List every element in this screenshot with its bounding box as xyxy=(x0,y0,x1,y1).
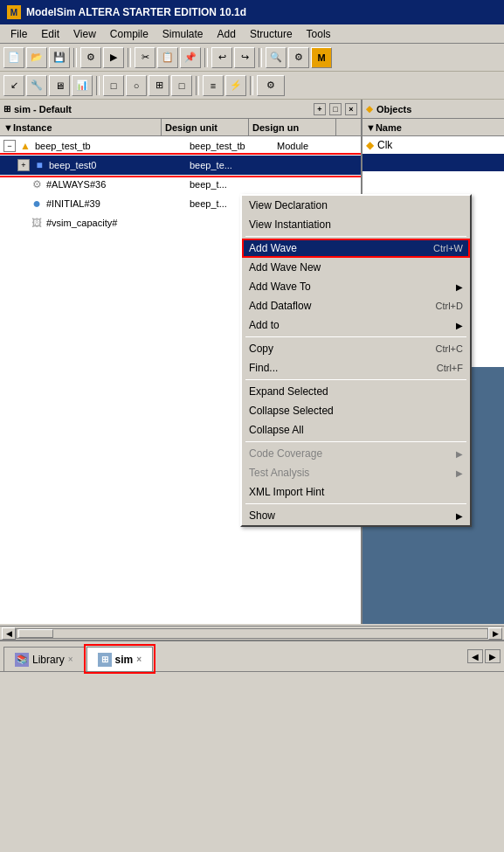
tab-sim[interactable]: ⊞ sim × xyxy=(86,647,154,671)
app-logo: M xyxy=(7,5,21,19)
tb2-settings-btn[interactable]: ⚙ xyxy=(257,75,285,96)
menu-structure[interactable]: Structure xyxy=(243,26,300,42)
tb-open-btn[interactable]: 📂 xyxy=(26,47,47,68)
tb-sep-3 xyxy=(204,48,208,67)
objects-icon: ◆ xyxy=(366,104,373,114)
tab-nav-right[interactable]: ▶ xyxy=(485,649,501,663)
ctx-add-wave-new[interactable]: Add Wave New xyxy=(242,258,470,277)
tb2-btn6[interactable]: ○ xyxy=(126,75,147,96)
sim-restore-btn[interactable]: □ xyxy=(329,103,342,115)
submenu-arrow-icon: ▶ xyxy=(456,468,463,478)
scrollbar-area: ◀ ▶ xyxy=(0,626,504,640)
ctx-item-label: Code Coverage xyxy=(249,447,322,460)
ctx-item-label: Copy xyxy=(249,343,273,355)
scroll-left-btn[interactable]: ◀ xyxy=(2,627,16,640)
tb-new-btn[interactable]: 📄 xyxy=(3,47,24,68)
ctx-find[interactable]: Find... Ctrl+F xyxy=(242,358,470,378)
menu-view[interactable]: View xyxy=(66,26,103,42)
tb-redo-btn[interactable]: ↪ xyxy=(234,47,255,68)
tb2-btn5[interactable]: □ xyxy=(103,75,124,96)
tb-sep-2 xyxy=(128,48,131,67)
tab-library[interactable]: 📚 Library × xyxy=(3,647,85,671)
menu-file[interactable]: File xyxy=(3,26,34,42)
ctx-item-shortcut: Ctrl+F xyxy=(437,363,463,373)
ctx-item-label: Add Wave New xyxy=(249,261,321,274)
tb2-btn3[interactable]: 🖥 xyxy=(49,75,70,96)
menu-bar: File Edit View Compile Simulate Add Stru… xyxy=(0,24,504,44)
expand-icon[interactable]: + xyxy=(17,159,30,171)
menu-edit[interactable]: Edit xyxy=(34,26,66,42)
objects-col-name: ▼ Name xyxy=(362,119,405,135)
h-scroll-thumb[interactable] xyxy=(18,629,53,638)
ctx-collapse-selected[interactable]: Collapse Selected xyxy=(242,401,470,420)
objects-row[interactable]: ◆ Clk xyxy=(362,136,504,154)
menu-add[interactable]: Add xyxy=(211,26,243,42)
tb-logo-btn[interactable]: M xyxy=(311,47,332,68)
ctx-item-shortcut: Ctrl+D xyxy=(436,301,463,311)
ctx-sep-4 xyxy=(245,441,466,442)
tb2-btn7[interactable]: ⊞ xyxy=(148,75,169,96)
ctx-view-instantiation[interactable]: View Instantiation xyxy=(242,215,470,234)
menu-compile[interactable]: Compile xyxy=(103,26,155,42)
folder-icon: ▲ xyxy=(18,140,32,152)
wave-icon: ◆ xyxy=(366,139,374,151)
toolbar-2: ↙ 🔧 🖥 📊 □ ○ ⊞ □ ≡ ⚡ ⚙ xyxy=(0,72,504,100)
ctx-item-label: Find... xyxy=(249,362,278,374)
context-menu: View Declaration View Instantiation Add … xyxy=(240,194,472,527)
objects-row[interactable] xyxy=(362,154,504,171)
tb-settings-btn[interactable]: ⚙ xyxy=(288,47,309,68)
sim-panel-title: sim - Default xyxy=(14,104,310,114)
menu-tools[interactable]: Tools xyxy=(300,26,338,42)
tb-sim-btn[interactable]: ▶ xyxy=(103,47,124,68)
ctx-add-dataflow[interactable]: Add Dataflow Ctrl+D xyxy=(242,296,470,315)
ctx-sep-1 xyxy=(245,236,466,237)
sim-close-btn[interactable]: × xyxy=(345,103,357,115)
ctx-xml-import-hint[interactable]: XML Import Hint xyxy=(242,482,470,502)
tb2-btn9[interactable]: ≡ xyxy=(203,75,224,96)
tb-copy-btn[interactable]: 📋 xyxy=(157,47,178,68)
tb-paste-btn[interactable]: 📌 xyxy=(180,47,201,68)
h-scrollbar[interactable] xyxy=(16,628,488,639)
ctx-item-label: Expand Selected xyxy=(249,385,328,398)
ctx-item-label: Show xyxy=(249,509,275,522)
submenu-arrow-icon: ▶ xyxy=(456,511,463,521)
tb2-btn2[interactable]: 🔧 xyxy=(26,75,47,96)
tree-row[interactable]: ⚙ #ALWAYS#36 beep_t... xyxy=(0,175,361,194)
ctx-show[interactable]: Show ▶ xyxy=(242,506,470,525)
tab-library-close[interactable]: × xyxy=(68,655,73,664)
tab-sim-label: sim xyxy=(115,654,134,666)
ctx-sep-3 xyxy=(245,379,466,380)
tb2-btn1[interactable]: ↙ xyxy=(3,75,24,96)
scroll-right-btn[interactable]: ▶ xyxy=(488,627,502,640)
ctx-test-analysis[interactable]: Test Analysis ▶ xyxy=(242,463,470,482)
tb-compile-btn[interactable]: ⚙ xyxy=(80,47,101,68)
tb2-btn8[interactable]: □ xyxy=(171,75,192,96)
tab-nav-left[interactable]: ◀ xyxy=(467,649,483,663)
tree-row[interactable]: − ▲ beep_test_tb beep_test_tb Module xyxy=(0,136,361,156)
tree-row[interactable]: + ■ beep_test0 beep_te... xyxy=(0,156,361,175)
ctx-view-declaration[interactable]: View Declaration xyxy=(242,196,470,215)
tb-find-btn[interactable]: 🔍 xyxy=(266,47,287,68)
sim-expand-btn[interactable]: + xyxy=(314,103,326,115)
ctx-code-coverage[interactable]: Code Coverage ▶ xyxy=(242,444,470,463)
ctx-add-to[interactable]: Add to ▶ xyxy=(242,315,470,335)
ctx-add-wave[interactable]: Add Wave Ctrl+W xyxy=(242,239,470,258)
ctx-copy[interactable]: Copy Ctrl+C xyxy=(242,339,470,358)
tab-sim-close[interactable]: × xyxy=(136,655,142,664)
ctx-item-label: Add Dataflow xyxy=(249,300,311,312)
tb-sep-1 xyxy=(73,48,77,67)
tb-cut-btn[interactable]: ✂ xyxy=(135,47,155,68)
ctx-collapse-all[interactable]: Collapse All xyxy=(242,420,470,440)
expand-icon[interactable]: − xyxy=(3,140,16,152)
app-title: ModelSim ALTERA STARTER EDITION 10.1d xyxy=(26,6,246,18)
ctx-expand-selected[interactable]: Expand Selected xyxy=(242,382,470,401)
tb2-btn10[interactable]: ⚡ xyxy=(225,75,246,96)
tb-save-btn[interactable]: 💾 xyxy=(49,47,70,68)
menu-simulate[interactable]: Simulate xyxy=(155,26,211,42)
tb2-btn4[interactable]: 📊 xyxy=(72,75,93,96)
tb-undo-btn[interactable]: ↩ xyxy=(211,47,232,68)
ctx-add-wave-to[interactable]: Add Wave To ▶ xyxy=(242,277,470,296)
tab-bar: 📚 Library × ⊞ sim × ◀ ▶ xyxy=(0,640,504,671)
tree-row-col2: beep_test_tb xyxy=(186,141,273,151)
tree-row-label: beep_test0 xyxy=(49,160,186,170)
